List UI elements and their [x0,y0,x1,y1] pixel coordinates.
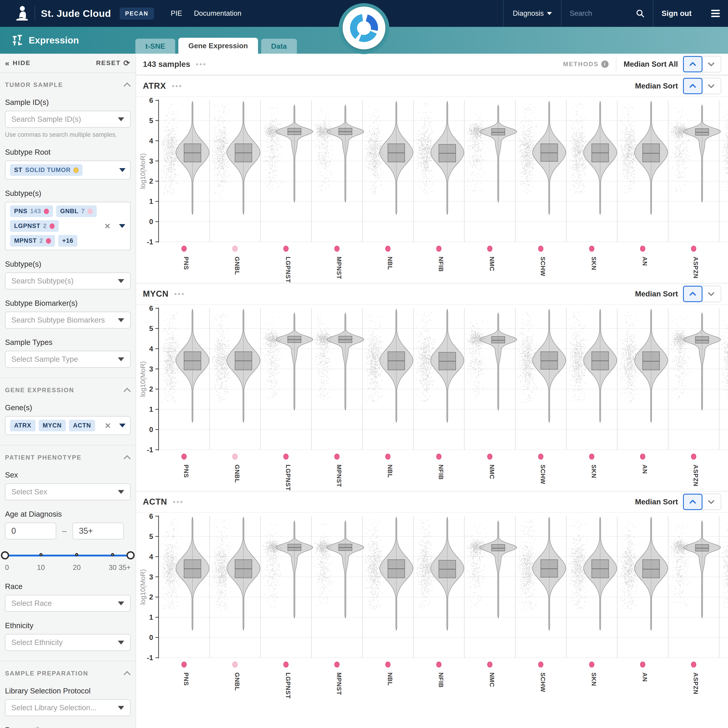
category-dot[interactable] [335,246,340,251]
category-dot[interactable] [691,246,696,251]
panel-menu-icon[interactable] [172,85,181,87]
tab-gene-expression[interactable]: Gene Expression [178,38,258,54]
nav-link-documentation[interactable]: Documentation [194,9,242,17]
brand-title[interactable]: St. Jude Cloud [41,8,111,19]
category-dot[interactable] [385,454,390,459]
svg-text:2: 2 [149,385,153,393]
search-input[interactable] [570,9,624,17]
sex-select[interactable]: Select Sex [5,483,131,500]
sort-all-ascending-button[interactable] [683,56,702,72]
category-dot[interactable] [538,454,543,459]
category-dot[interactable] [641,454,645,459]
slider-thumb[interactable] [1,551,9,560]
race-select[interactable]: Select Race [5,595,131,612]
category-dot[interactable] [233,246,237,251]
category-dot[interactable] [182,454,187,459]
category-dot[interactable] [641,246,645,251]
category-dot[interactable] [437,454,441,459]
sample-ids-select[interactable]: Search Sample ID(s) [5,111,131,128]
category-dot[interactable] [284,454,289,459]
subtype-dot [46,238,51,244]
age-min-input[interactable] [5,523,56,539]
chip-gene-mycn[interactable]: MYCN [39,420,66,431]
pecan-logo[interactable] [343,7,385,49]
category-dot[interactable] [385,246,390,251]
slider-track[interactable] [6,555,129,557]
chip-subtype-pns[interactable]: PNS143 [10,205,53,217]
median-sort-control [683,78,721,94]
category-dot[interactable] [488,246,492,251]
diagnosis-dropdown[interactable]: Diagnosis [503,0,561,27]
category-dot[interactable] [691,662,696,667]
library-select[interactable]: Select Library Selection... [5,699,131,716]
subtype-root-select[interactable]: STSOLID TUMOR [5,161,131,179]
subtypes-multiselect[interactable]: PNS143GNBL7LGPNST2MPNST2+16 ✕ [5,202,131,250]
category-dot[interactable] [284,246,289,251]
chip-subtype-mpnst[interactable]: MPNST2 [10,235,55,246]
chip-gene-actn[interactable]: ACTN [69,420,95,431]
age-slider[interactable] [5,551,131,561]
sort-ascending-button[interactable] [683,494,702,510]
sort-ascending-button[interactable] [683,78,702,94]
category-dot[interactable] [589,246,594,251]
tab-tsne[interactable]: t-SNE [135,39,175,54]
samples-menu-icon[interactable] [196,63,205,65]
caret-down-icon [119,424,125,427]
stjude-logo[interactable] [15,5,29,21]
sort-descending-button[interactable] [702,286,721,302]
chip-gene-atrx[interactable]: ATRX [10,420,35,431]
nav-link-pie[interactable]: PIE [171,9,182,17]
clear-icon[interactable]: ✕ [104,222,111,230]
category-dot[interactable] [335,662,340,667]
category-dot[interactable] [589,662,594,667]
methods-button[interactable]: METHODS i [563,61,609,68]
chip-subtype-root[interactable]: STSOLID TUMOR [10,164,83,176]
category-dot[interactable] [233,662,237,667]
panel-menu-icon[interactable] [174,293,184,295]
subtypes-search-select[interactable]: Search Subtype(s) [5,272,131,289]
category-dot[interactable] [488,454,492,459]
category-label: SCHW [539,673,546,692]
section-tumor-sample[interactable]: TUMOR SAMPLE [5,81,131,89]
category-dot[interactable] [182,662,187,667]
category-dot[interactable] [385,662,390,667]
category-dot[interactable] [233,454,237,459]
subtype-biomarkers-select[interactable]: Search Subtype Biomarkers [5,312,131,329]
slider-thumb[interactable] [127,551,135,560]
tab-data[interactable]: Data [261,39,297,54]
navbar-search[interactable] [561,0,653,27]
chip-subtype-gnbl[interactable]: GNBL7 [56,205,97,217]
category-dot[interactable] [641,662,645,667]
category-dot[interactable] [691,454,696,459]
sort-descending-button[interactable] [702,494,721,510]
sort-all-descending-button[interactable] [702,56,721,72]
ethnicity-select[interactable]: Select Ethnicity [5,634,131,651]
genes-multiselect[interactable]: ATRXMYCNACTN ✕ [5,416,131,435]
clear-icon[interactable]: ✕ [105,422,111,430]
main-content: 143 samples METHODS i Median Sort All AT… [136,54,728,728]
age-max-input[interactable] [73,523,124,539]
sort-ascending-button[interactable] [683,286,702,302]
sample-types-select[interactable]: Select Sample Type [5,351,131,368]
category-dot[interactable] [437,246,441,251]
category-dot[interactable] [538,662,543,667]
section-gene-expression[interactable]: GENE EXPRESSION [5,387,131,394]
category-dot[interactable] [182,246,187,251]
section-patient-phenotype[interactable]: PATIENT PHENOTYPE [5,454,131,461]
section-sample-preparation[interactable]: SAMPLE PREPARATION [5,670,131,677]
search-icon[interactable] [636,9,645,18]
sort-descending-button[interactable] [702,78,721,94]
chip-more-subtypes[interactable]: +16 [58,235,78,246]
category-dot[interactable] [538,246,543,251]
category-dot[interactable] [437,662,441,667]
reset-filters-button[interactable]: RESET ⟳ [96,58,131,67]
hide-sidebar-button[interactable]: « HIDE [5,59,31,67]
chip-subtype-lgpnst[interactable]: LGPNST2 [10,220,59,232]
category-dot[interactable] [589,454,594,459]
category-dot[interactable] [284,662,289,667]
category-dot[interactable] [335,454,340,459]
category-dot[interactable] [488,662,492,667]
signout-button[interactable]: Sign out [662,9,691,18]
panel-menu-icon[interactable] [173,501,182,503]
menu-icon[interactable] [711,8,720,19]
